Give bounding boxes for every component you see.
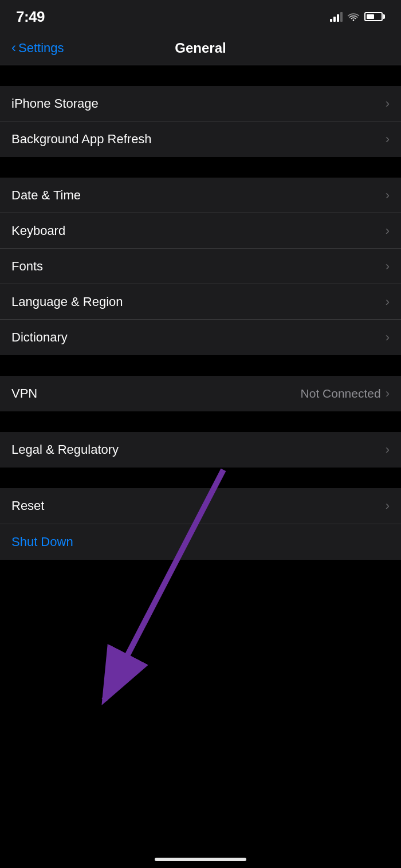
chevron-right-icon: ›	[386, 188, 390, 203]
settings-group-2: Date & Time › Keyboard › Fonts › Languag…	[0, 178, 401, 355]
list-item-iphone-storage[interactable]: iPhone Storage ›	[0, 86, 401, 121]
list-item-shut-down[interactable]: Shut Down	[0, 524, 401, 560]
nav-header: ‹ Settings General	[0, 31, 401, 65]
chevron-right-icon: ›	[386, 330, 390, 345]
section-separator-4	[0, 411, 401, 432]
list-item-keyboard[interactable]: Keyboard ›	[0, 213, 401, 249]
settings-group-1: iPhone Storage › Background App Refresh …	[0, 86, 401, 157]
dictionary-label: Dictionary	[11, 330, 68, 345]
chevron-right-icon: ›	[386, 498, 390, 513]
vpn-value: Not Connected	[301, 387, 381, 400]
section-separator-2	[0, 157, 401, 178]
section-separator-1	[0, 65, 401, 86]
list-item-vpn[interactable]: VPN Not Connected ›	[0, 376, 401, 411]
settings-group-3: VPN Not Connected ›	[0, 376, 401, 411]
list-item-date-time[interactable]: Date & Time ›	[0, 178, 401, 213]
chevron-right-icon: ›	[386, 132, 390, 147]
settings-group-5: Reset ›	[0, 488, 401, 524]
status-icons	[330, 11, 385, 22]
iphone-storage-label: iPhone Storage	[11, 96, 99, 111]
legal-regulatory-label: Legal & Regulatory	[11, 442, 119, 457]
shut-down-label: Shut Down	[11, 535, 73, 549]
wifi-icon	[347, 12, 360, 21]
back-label: Settings	[18, 41, 64, 56]
list-item-language-region[interactable]: Language & Region ›	[0, 284, 401, 320]
chevron-right-icon: ›	[386, 223, 390, 238]
background-app-refresh-label: Background App Refresh	[11, 132, 152, 147]
reset-label: Reset	[11, 498, 44, 513]
list-item-background-app-refresh[interactable]: Background App Refresh ›	[0, 121, 401, 157]
list-item-dictionary[interactable]: Dictionary ›	[0, 320, 401, 355]
settings-group-6: Shut Down	[0, 524, 401, 560]
keyboard-label: Keyboard	[11, 223, 65, 238]
vpn-label: VPN	[11, 386, 37, 401]
status-bar: 7:49	[0, 0, 401, 31]
bottom-spacer	[0, 560, 401, 629]
chevron-right-icon: ›	[386, 96, 390, 111]
chevron-right-icon: ›	[386, 386, 390, 401]
chevron-right-icon: ›	[386, 442, 390, 457]
chevron-right-icon: ›	[386, 259, 390, 274]
chevron-right-icon: ›	[386, 294, 390, 309]
back-chevron-icon: ‹	[11, 40, 16, 56]
settings-group-4: Legal & Regulatory ›	[0, 432, 401, 468]
date-time-label: Date & Time	[11, 188, 81, 203]
list-item-reset[interactable]: Reset ›	[0, 488, 401, 524]
page-title: General	[175, 40, 226, 56]
signal-icon	[330, 11, 343, 22]
home-indicator	[155, 858, 246, 861]
list-item-legal-regulatory[interactable]: Legal & Regulatory ›	[0, 432, 401, 468]
section-separator-5	[0, 468, 401, 488]
fonts-label: Fonts	[11, 259, 43, 274]
language-region-label: Language & Region	[11, 294, 123, 309]
status-time: 7:49	[16, 8, 45, 26]
list-item-fonts[interactable]: Fonts ›	[0, 249, 401, 284]
battery-icon	[364, 12, 385, 21]
back-button[interactable]: ‹ Settings	[11, 41, 64, 56]
section-separator-3	[0, 355, 401, 376]
